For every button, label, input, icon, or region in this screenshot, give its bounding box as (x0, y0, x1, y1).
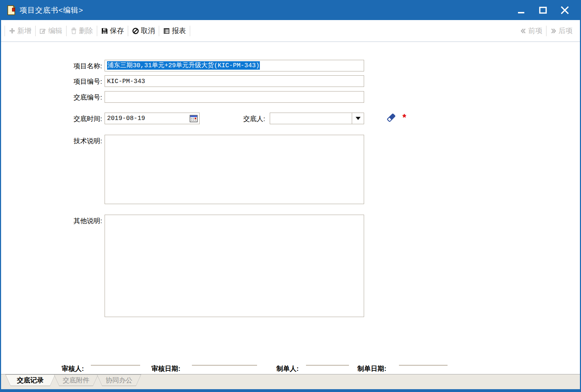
tab-briefing-attachment-label: 交底附件 (54, 375, 98, 386)
report-button[interactable]: 报表 (163, 26, 186, 36)
chevron-double-left-icon (520, 28, 526, 34)
window-title: 项目交底书<编辑> (20, 5, 83, 15)
cancel-button-label: 取消 (141, 26, 155, 36)
dropdown-button[interactable] (352, 113, 364, 124)
project-code-input[interactable] (105, 75, 364, 87)
project-code-label: 项目编号: (56, 77, 102, 86)
next-item-label: 后项 (558, 26, 573, 36)
tab-briefing-record-label: 交底记录 (6, 375, 55, 386)
trash-icon (70, 27, 77, 34)
tab-briefing-record[interactable]: 交底记录 (5, 374, 55, 386)
previous-item-label: 前项 (528, 26, 542, 36)
tech-note-textarea[interactable] (105, 135, 364, 204)
other-note-label: 其他说明: (56, 216, 102, 226)
maker-underline (306, 365, 349, 366)
minimize-icon (517, 6, 526, 15)
title-bar: 项目交底书<编辑> (0, 0, 581, 20)
close-button[interactable] (558, 4, 571, 17)
window-body: 新增 编辑 删除 (1, 20, 580, 389)
reviewer-underline (91, 365, 140, 366)
report-icon (163, 27, 170, 34)
tab-collaboration[interactable]: 协同办公 (97, 374, 141, 386)
toolbar-divider (190, 26, 190, 36)
review-date-underline (192, 365, 257, 366)
briefing-time-value: 2019-08-19 (107, 115, 145, 122)
next-item-button[interactable]: 后项 (550, 26, 573, 36)
tab-collaboration-label: 协同办公 (97, 375, 141, 386)
briefing-time-label: 交底时间: (56, 114, 102, 124)
clear-field-button[interactable] (384, 112, 397, 124)
new-button[interactable]: 新增 (9, 26, 31, 36)
toolbar-divider (5, 26, 5, 36)
briefing-code-label: 交底编号: (56, 93, 102, 102)
calendar-icon (189, 114, 198, 123)
document-icon (6, 5, 16, 15)
make-date-underline (399, 365, 448, 366)
bottom-tab-strip: 交底记录 交底附件 协同办公 (1, 374, 580, 389)
toolbar-divider (128, 26, 128, 36)
toolbar-divider (66, 26, 67, 36)
toolbar-divider (546, 26, 546, 36)
save-button-label: 保存 (110, 26, 124, 36)
selected-text: 浦东三期30,31单元+29单元升级大货(KIC-PM-343) (107, 61, 260, 70)
tab-briefing-attachment[interactable]: 交底附件 (54, 374, 98, 386)
toolbar-divider (35, 26, 36, 36)
briefing-time-input[interactable]: 2019-08-19 (105, 113, 200, 124)
project-name-input[interactable]: 浦东三期30,31单元+29单元升级大货(KIC-PM-343) (105, 60, 364, 71)
briefing-person-combobox[interactable] (270, 113, 364, 124)
make-date-label: 制单日期: (357, 364, 386, 373)
other-note-textarea[interactable] (105, 215, 364, 317)
tech-note-label: 技术说明: (56, 137, 102, 146)
toolbar: 新增 编辑 删除 (1, 20, 580, 42)
previous-item-button[interactable]: 前项 (520, 26, 542, 36)
edit-icon (39, 27, 46, 34)
edit-button[interactable]: 编辑 (39, 26, 62, 36)
save-icon (101, 27, 108, 34)
minimize-button[interactable] (515, 4, 527, 17)
save-button[interactable]: 保存 (101, 26, 124, 36)
eraser-icon (384, 112, 397, 124)
plus-icon (9, 27, 15, 34)
briefing-code-input[interactable] (105, 91, 364, 103)
edit-button-label: 编辑 (48, 26, 62, 36)
toolbar-divider (97, 26, 97, 36)
delete-button[interactable]: 删除 (70, 26, 93, 36)
chevron-down-icon (356, 117, 361, 120)
required-asterisk: * (402, 112, 406, 123)
cancel-button[interactable]: 取消 (132, 26, 155, 36)
maximize-button[interactable] (537, 4, 549, 17)
briefing-person-label: 交底人: (219, 114, 265, 124)
delete-button-label: 删除 (79, 26, 93, 36)
cancel-icon (132, 27, 139, 34)
maximize-icon (538, 6, 548, 15)
app-window: 项目交底书<编辑> 新增 (0, 0, 581, 392)
new-button-label: 新增 (17, 26, 31, 36)
maker-label: 制单人: (276, 364, 299, 373)
close-icon (560, 5, 570, 15)
report-button-label: 报表 (172, 26, 186, 36)
calendar-picker-button[interactable] (189, 114, 198, 123)
review-date-label: 审核日期: (151, 364, 180, 373)
chevron-double-right-icon (550, 28, 557, 34)
project-name-label: 项目名称: (56, 62, 102, 71)
toolbar-divider (159, 26, 159, 36)
reviewer-label: 审核人: (62, 364, 84, 373)
